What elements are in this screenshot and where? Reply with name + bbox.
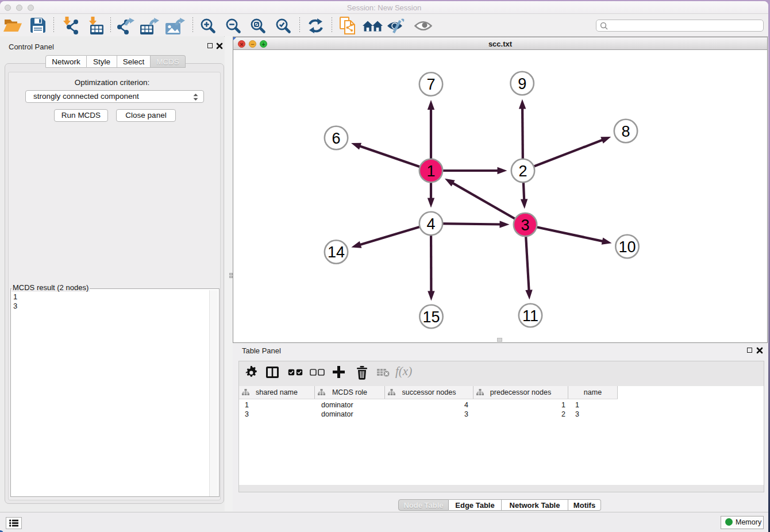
svg-text:15: 15 [422,309,440,326]
svg-text:6: 6 [332,130,340,147]
svg-text:10: 10 [618,238,636,256]
svg-text:7: 7 [426,76,435,93]
svg-text:9: 9 [518,75,526,92]
svg-text:14: 14 [328,244,345,261]
svg-text:8: 8 [621,123,630,140]
svg-text:2: 2 [518,163,527,180]
svg-text:4: 4 [426,215,435,233]
svg-text:11: 11 [522,307,538,325]
svg-text:3: 3 [521,217,529,234]
svg-text:1: 1 [426,163,435,180]
